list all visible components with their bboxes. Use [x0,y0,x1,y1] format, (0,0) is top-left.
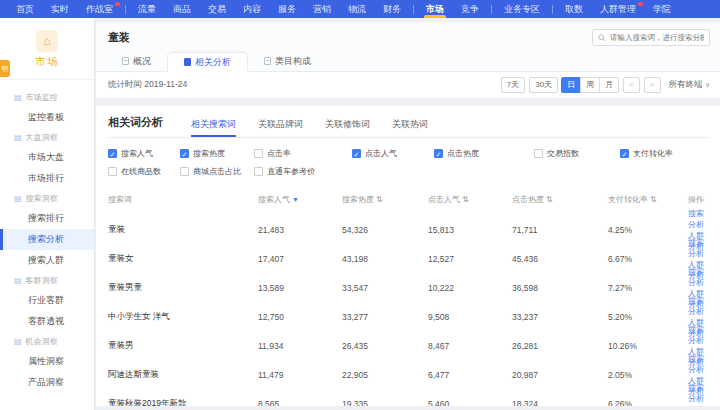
metric-checkbox-在线商品数[interactable]: 在线商品数 [108,166,180,177]
nav-divider [552,5,553,14]
action-link-搜索分析[interactable]: 搜索分析 [688,324,710,346]
action-link-搜索分析[interactable]: 搜索分析 [688,353,710,375]
next-date-button[interactable]: > [644,77,661,93]
action-link-搜索分析[interactable]: 搜索分析 [688,208,710,230]
metric-checkbox-直通车参考价[interactable]: 直通车参考价 [254,166,352,177]
metric-cell: 20,987 [512,370,608,380]
nav-item-营销[interactable]: 营销 [307,0,337,18]
metric-cell: 5.20% [608,312,688,322]
range-button-7天[interactable]: 7天 [501,77,525,93]
column-header-操作: 操作 [688,194,710,205]
sidebar-item-产品洞察[interactable]: 产品洞察 [0,372,94,393]
action-link-搜索分析[interactable]: 搜索分析 [688,266,710,288]
nav-item-商品[interactable]: 商品 [167,0,197,18]
nav-item-取数[interactable]: 取数 [559,0,589,18]
nav-item-内容[interactable]: 内容 [237,0,267,18]
tab-相关分析[interactable]: 相关分析 [167,52,248,72]
column-header-搜索人气[interactable]: 搜索人气▼ [258,194,342,205]
metric-checkbox-搜索热度[interactable]: ✓搜索热度 [180,148,254,159]
sidebar-section-机会洞察: ▤机会洞察 [0,332,94,351]
panel-tab-关联品牌词[interactable]: 关联品牌词 [258,118,303,138]
new-badge [115,2,120,6]
action-link-搜索分析[interactable]: 搜索分析 [688,382,710,404]
granularity-日[interactable]: 日 [561,77,581,93]
stats-toolbar: 统计时间 2019-11-24 7天30天日周月<>所有终端 ∨ [96,72,720,98]
metric-checkbox-搜索人气[interactable]: ✓搜索人气 [108,148,180,159]
sidebar-item-市场大盘[interactable]: 市场大盘 [0,147,94,168]
nav-item-实时[interactable]: 实时 [45,0,75,18]
nav-item-作战室[interactable]: 作战室 [80,0,119,18]
column-label: 搜索人气 [258,195,290,204]
checked-checkbox-icon: ✓ [434,149,443,158]
nav-item-物流[interactable]: 物流 [342,0,372,18]
nav-item-服务[interactable]: 服务 [272,0,302,18]
sidebar-section-label: 搜索洞察 [26,193,58,204]
metric-checkbox-交易指数[interactable]: 交易指数 [534,148,620,159]
sort-icon[interactable]: ⇅ [650,195,657,204]
range-button-30天[interactable]: 30天 [529,77,558,93]
sort-icon[interactable]: ⇅ [462,195,469,204]
nav-item-首页[interactable]: 首页 [10,0,40,18]
metric-checkbox-点击热度[interactable]: ✓点击热度 [434,148,534,159]
top-nav: 首页实时作战室流量商品交易内容服务营销物流财务市场竞争业务专区取数人群管理学院 [0,0,720,18]
sort-desc-icon[interactable]: ▼ [292,196,299,203]
panel-tab-相关搜索词[interactable]: 相关搜索词 [191,118,236,138]
sidebar-section-搜索洞察: ▤搜索洞察 [0,189,94,208]
sidebar-item-属性洞察[interactable]: 属性洞察 [0,351,94,372]
column-header-点击人气[interactable]: 点击人气⇅ [428,194,512,205]
column-header-搜索词: 搜索词 [108,194,258,205]
side-collapse-tag[interactable]: 明 [0,60,10,77]
metric-checkbox-商城点击占比[interactable]: 商城点击占比 [180,166,254,177]
metric-cell: 10,222 [428,283,512,293]
action-link-搜索分析[interactable]: 搜索分析 [688,237,710,259]
sidebar-section-label: 大盘洞察 [26,132,58,143]
action-link-人群分析[interactable]: 人群分析 [688,404,710,406]
metric-cell: 33,547 [342,283,428,293]
nav-item-人群管理[interactable]: 人群管理 [594,0,642,18]
checkbox-label: 搜索人气 [121,148,153,159]
granularity-月[interactable]: 月 [599,77,619,93]
metric-checkbox-点击人气[interactable]: ✓点击人气 [352,148,434,159]
sidebar-item-搜索人群[interactable]: 搜索人群 [0,250,94,271]
sidebar-item-搜索分析[interactable]: 搜索分析 [0,229,94,250]
sort-icon[interactable]: ⇅ [546,195,553,204]
column-header-支付转化率[interactable]: 支付转化率⇅ [608,194,688,205]
sidebar-item-搜索排行[interactable]: 搜索排行 [0,208,94,229]
tab-概况[interactable]: 概况 [106,51,167,71]
nav-item-交易[interactable]: 交易 [202,0,232,18]
metric-cell: 6,477 [428,370,512,380]
keyword-cell: 童装男 [108,340,258,352]
column-header-点击热度[interactable]: 点击热度⇅ [512,194,608,205]
sort-icon[interactable]: ⇅ [376,195,383,204]
granularity-周[interactable]: 周 [580,77,600,93]
metric-checkbox-支付转化率[interactable]: ✓支付转化率 [620,148,710,159]
column-label: 搜索热度 [342,195,374,204]
column-header-搜索热度[interactable]: 搜索热度⇅ [342,194,428,205]
sidebar-item-市场排行[interactable]: 市场排行 [0,168,94,189]
checkbox-row: 在线商品数商城点击占比直通车参考价 [108,166,710,177]
metric-cell: 22,905 [342,370,428,380]
nav-item-流量[interactable]: 流量 [132,0,162,18]
metric-checkbox-点击率[interactable]: 点击率 [254,148,352,159]
action-cell: 搜索分析人群分析 [688,382,710,406]
panel-tab-关联热词[interactable]: 关联热词 [392,118,428,138]
sidebar-item-客群透视[interactable]: 客群透视 [0,311,94,332]
prev-date-button[interactable]: < [623,77,640,93]
action-link-搜索分析[interactable]: 搜索分析 [688,295,710,317]
panel-tab-关联修饰词[interactable]: 关联修饰词 [325,118,370,138]
nav-divider [413,5,414,14]
nav-item-竞争[interactable]: 竞争 [455,0,485,18]
new-badge [638,2,643,6]
nav-item-财务[interactable]: 财务 [377,0,407,18]
nav-item-业务专区[interactable]: 业务专区 [498,0,546,18]
metric-cell: 8,565 [258,399,342,406]
sidebar-item-行业客群[interactable]: 行业客群 [0,290,94,311]
sidebar-item-监控看板[interactable]: 监控看板 [0,107,94,128]
search-input[interactable] [610,33,704,42]
terminal-filter[interactable]: 所有终端 ∨ [669,79,711,91]
stat-time-label: 统计时间 2019-11-24 [108,79,187,91]
keyword-search-box[interactable] [592,29,710,46]
tab-类目构成[interactable]: 类目构成 [248,51,327,71]
nav-item-市场[interactable]: 市场 [420,0,450,18]
nav-item-学院[interactable]: 学院 [647,0,677,18]
